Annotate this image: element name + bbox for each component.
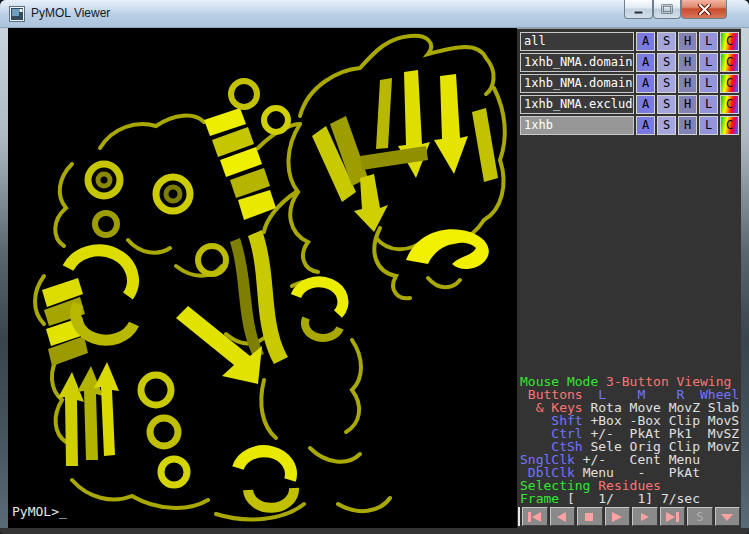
menu-down-button[interactable]: [715, 507, 741, 526]
c-menu-button[interactable]: C: [720, 74, 739, 93]
h-menu-button[interactable]: H: [678, 74, 697, 93]
s-toggle-label: S: [696, 511, 703, 523]
l-menu-button[interactable]: L: [699, 53, 718, 72]
c-menu-button[interactable]: C: [720, 53, 739, 72]
step-forward-icon: [637, 511, 653, 523]
object-name[interactable]: all: [520, 32, 634, 51]
h-menu-button[interactable]: H: [678, 95, 697, 114]
maximize-button[interactable]: [653, 0, 681, 19]
app-icon: [9, 6, 25, 22]
object-row: allASHLC: [520, 32, 739, 51]
titlebar[interactable]: PyMOL Viewer: [0, 0, 749, 28]
stop-button[interactable]: [577, 507, 603, 526]
object-name[interactable]: 1xhb_NMA.domain.: [520, 74, 634, 93]
object-row: 1xhb_NMA.domain.ASHLC: [520, 53, 739, 72]
s-toggle-button[interactable]: S: [687, 507, 713, 526]
s-menu-button[interactable]: S: [657, 95, 676, 114]
h-menu-button[interactable]: H: [678, 32, 697, 51]
skip-to-end-button[interactable]: [660, 507, 686, 526]
l-menu-button[interactable]: L: [699, 95, 718, 114]
skip-to-end-icon: [664, 511, 680, 523]
close-button[interactable]: [681, 0, 727, 19]
mouse-panel-text: [ 1/ 1] 7/sec: [567, 491, 700, 506]
close-icon: [698, 4, 711, 15]
stop-icon: [582, 511, 598, 523]
h-menu-button[interactable]: H: [678, 53, 697, 72]
s-menu-button[interactable]: S: [657, 53, 676, 72]
object-row: 1xhb_NMA.domain.ASHLC: [520, 74, 739, 93]
object-row: 1xhb_NMA.excludeASHLC: [520, 95, 739, 114]
l-menu-button[interactable]: L: [699, 32, 718, 51]
step-forward-button[interactable]: [632, 507, 658, 526]
mouse-panel-line: Frame [ 1/ 1] 7/sec: [520, 492, 740, 505]
panel-gutter[interactable]: [518, 507, 520, 526]
l-menu-button[interactable]: L: [699, 116, 718, 135]
playback-controls: S: [522, 507, 740, 526]
s-menu-button[interactable]: S: [657, 116, 676, 135]
maximize-icon: [661, 4, 673, 14]
a-menu-button[interactable]: A: [636, 32, 655, 51]
pymol-window: PyMOL Viewer: [0, 0, 749, 534]
skip-to-start-icon: [527, 511, 543, 523]
c-menu-button[interactable]: C: [720, 32, 739, 51]
mouse-panel-text: Frame: [520, 491, 567, 506]
mouse-mode-panel: Mouse Mode 3-Button Viewing Buttons L M …: [520, 375, 740, 505]
c-menu-button[interactable]: C: [720, 116, 739, 135]
menu-down-icon: [719, 511, 735, 523]
skip-to-start-button[interactable]: [522, 507, 548, 526]
a-menu-button[interactable]: A: [636, 95, 655, 114]
l-menu-button[interactable]: L: [699, 74, 718, 93]
c-menu-button[interactable]: C: [720, 95, 739, 114]
object-name[interactable]: 1xhb_NMA.domain.: [520, 53, 634, 72]
object-list: allASHLC1xhb_NMA.domain.ASHLC1xhb_NMA.do…: [520, 32, 739, 137]
object-row: 1xhbASHLC: [520, 116, 739, 135]
s-menu-button[interactable]: S: [657, 74, 676, 93]
h-menu-button[interactable]: H: [678, 116, 697, 135]
minimize-button[interactable]: [624, 0, 653, 19]
step-back-button[interactable]: [550, 507, 576, 526]
control-panel: allASHLC1xhb_NMA.domain.ASHLC1xhb_NMA.do…: [517, 28, 741, 528]
play-button[interactable]: [605, 507, 631, 526]
window-border-right: [741, 28, 749, 528]
object-name[interactable]: 1xhb_NMA.exclude: [520, 95, 634, 114]
a-menu-button[interactable]: A: [636, 53, 655, 72]
a-menu-button[interactable]: A: [636, 74, 655, 93]
protein-structure: [8, 28, 517, 528]
object-name[interactable]: 1xhb: [520, 116, 634, 135]
window-border-left: [0, 28, 8, 528]
a-menu-button[interactable]: A: [636, 116, 655, 135]
play-icon: [609, 511, 625, 523]
command-prompt[interactable]: PyMOL>_: [12, 504, 67, 519]
window-title: PyMOL Viewer: [31, 6, 110, 20]
s-menu-button[interactable]: S: [657, 32, 676, 51]
minimize-icon: [633, 5, 645, 14]
step-back-icon: [554, 511, 570, 523]
viewport-3d[interactable]: PyMOL>_: [8, 28, 517, 528]
